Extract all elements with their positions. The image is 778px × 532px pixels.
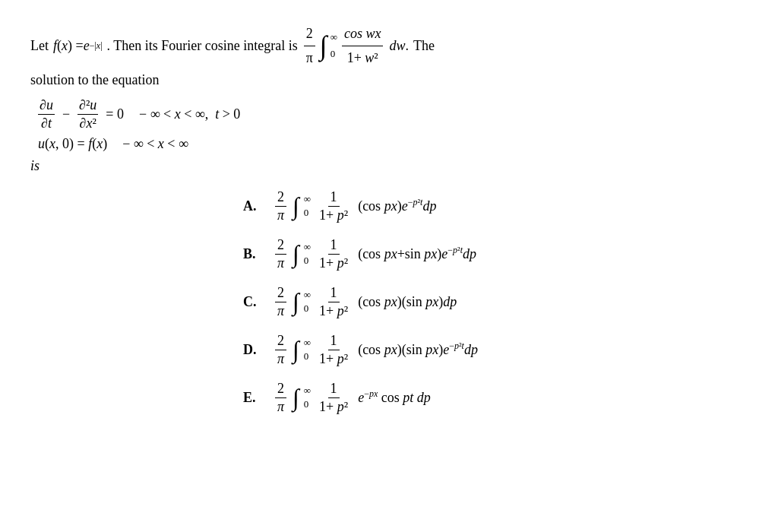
answer-choices: A. 2 π ∫ ∞ 0 1 1+ p² (cos px)e−p²tdp B.	[243, 189, 748, 415]
intro-paragraph: Let f(x) = e−|x| . Then its Fourier cosi…	[30, 23, 748, 69]
answer-C: C. 2 π ∫ ∞ 0 1 1+ p² (cos px)(sin px)dp	[243, 285, 748, 319]
coeff-A: 2 π	[275, 189, 286, 223]
pde-section: ∂u ∂t − ∂²u ∂x² = 0 − ∞ < x < ∞, t > 0 u…	[38, 97, 748, 152]
minus-sign: −	[62, 106, 70, 122]
coeff-E: 2 π	[275, 381, 286, 415]
partial2-u-x2: ∂²u ∂x²	[77, 97, 98, 131]
expr-D: 2 π ∫ ∞ 0 1 1+ p² (cos px)(sin px)e−p²td…	[274, 333, 478, 367]
expr-body-D: (cos px)(sin px)e−p²tdp	[358, 342, 478, 358]
equals-zero: = 0	[106, 106, 124, 122]
label-D: D.	[243, 342, 266, 358]
answer-B: B. 2 π ∫ ∞ 0 1 1+ p² (cos px+sin px)e−p²…	[243, 237, 748, 271]
integral-sign: ∫	[320, 32, 327, 59]
solution-intro: solution to the equation	[30, 72, 748, 88]
expr-body-E: e−px cos pt dp	[358, 390, 431, 406]
fx-definition: f(x) = e−|x|	[53, 35, 103, 57]
expr-B: 2 π ∫ ∞ 0 1 1+ p² (cos px+sin px)e−p²tdp	[274, 237, 476, 271]
initial-condition: u(x, 0) = f(x)	[38, 136, 107, 152]
expr-body-A: (cos px)e−p²tdp	[358, 198, 436, 214]
expr-C: 2 π ∫ ∞ 0 1 1+ p² (cos px)(sin px)dp	[274, 285, 457, 319]
frac-A: 1 1+ p²	[317, 189, 350, 223]
limits-D: ∞ 0	[304, 337, 311, 363]
coeff-C: 2 π	[275, 285, 286, 319]
int-A: ∫	[293, 194, 299, 218]
int-D: ∫	[293, 337, 299, 362]
pde-domain: − ∞ < x < ∞, t > 0	[139, 106, 240, 122]
intro-mid: . Then its Fourier cosine integral is	[107, 35, 298, 57]
label-E: E.	[243, 390, 266, 406]
int-C: ∫	[293, 290, 299, 314]
integrand-fraction: cos wx 1+ w²	[342, 23, 384, 69]
label-A: A.	[243, 198, 266, 214]
pde-row-2: u(x, 0) = f(x) − ∞ < x < ∞	[38, 136, 748, 152]
frac-C: 1 1+ p²	[317, 285, 350, 319]
limits-B: ∞ 0	[304, 241, 311, 267]
limits-C: ∞ 0	[304, 289, 311, 315]
expr-E: 2 π ∫ ∞ 0 1 1+ p² e−px cos pt dp	[274, 381, 431, 415]
answer-E: E. 2 π ∫ ∞ 0 1 1+ p² e−px cos pt dp	[243, 381, 748, 415]
limits-A: ∞ 0	[304, 193, 311, 219]
int-B: ∫	[293, 242, 299, 266]
limits-E: ∞ 0	[304, 385, 311, 410]
coeff-B: 2 π	[275, 237, 286, 271]
int-E: ∫	[293, 385, 299, 410]
ic-domain: − ∞ < x < ∞	[122, 136, 188, 152]
answer-D: D. 2 π ∫ ∞ 0 1 1+ p² (cos px)(sin px)e−p…	[243, 333, 748, 367]
frac-B: 1 1+ p²	[317, 237, 350, 271]
intro-suffix: The	[413, 35, 435, 57]
is-text: is	[30, 158, 748, 174]
expr-body-B: (cos px+sin px)e−p²tdp	[358, 246, 476, 262]
integral-coeff: 2 π	[304, 23, 315, 69]
label-B: B.	[243, 246, 266, 262]
frac-E: 1 1+ p²	[317, 381, 350, 415]
label-C: C.	[243, 294, 266, 310]
coeff-D: 2 π	[275, 333, 286, 367]
pde-expression: ∂u ∂t − ∂²u ∂x² = 0	[38, 97, 124, 131]
integral-limits: ∞ 0	[330, 30, 337, 63]
fourier-integral: 2 π ∫ ∞ 0 cos wx 1+ w² dw.	[302, 23, 409, 69]
frac-D: 1 1+ p²	[317, 333, 350, 367]
dw: dw.	[389, 35, 409, 57]
partial-u-t: ∂u ∂t	[38, 97, 55, 131]
expr-body-C: (cos px)(sin px)dp	[358, 294, 457, 310]
answer-A: A. 2 π ∫ ∞ 0 1 1+ p² (cos px)e−p²tdp	[243, 189, 748, 223]
pde-row-1: ∂u ∂t − ∂²u ∂x² = 0 − ∞ < x < ∞, t > 0	[38, 97, 748, 131]
expr-A: 2 π ∫ ∞ 0 1 1+ p² (cos px)e−p²tdp	[274, 189, 436, 223]
intro-let: Let	[30, 35, 49, 57]
